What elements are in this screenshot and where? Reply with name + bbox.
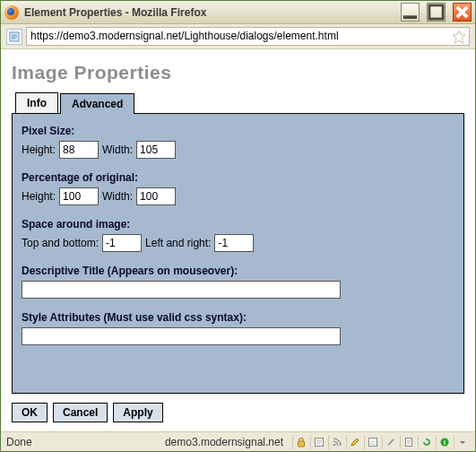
space-lr-label: Left and right:: [145, 237, 211, 249]
tabstrip: Info Advanced: [12, 92, 464, 113]
doc-icon[interactable]: [400, 435, 416, 449]
page-content: Image Properties Info Advanced Pixel Siz…: [1, 49, 475, 431]
pixel-height-input[interactable]: [59, 141, 99, 159]
percent-height-input[interactable]: [59, 187, 99, 205]
apply-button[interactable]: Apply: [113, 403, 162, 422]
style-attr-input[interactable]: [22, 327, 341, 345]
percent-width-label: Width:: [102, 190, 133, 203]
status-tray: C i: [292, 435, 470, 449]
page-identity-icon[interactable]: [6, 29, 22, 45]
tab-panel-advanced: Pixel Size: Height: Width: Percentage of…: [12, 113, 464, 394]
svg-point-6: [333, 443, 335, 446]
minimize-button[interactable]: [401, 3, 420, 22]
pixel-width-label: Width:: [102, 143, 133, 156]
percent-height-label: Height:: [22, 190, 56, 203]
window-title: Element Properties - Mozilla Firefox: [24, 6, 206, 19]
svg-point-9: [393, 439, 394, 440]
feed-icon[interactable]: [328, 435, 344, 449]
percent-width-input[interactable]: [136, 187, 176, 205]
firefox-icon: [4, 5, 19, 20]
css-icon[interactable]: C: [364, 435, 380, 449]
pixel-size-label: Pixel Size:: [22, 125, 454, 137]
pixel-width-input[interactable]: [136, 141, 176, 159]
url-text: https://demo3.modernsignal.net/Lighthous…: [30, 30, 339, 42]
wand-icon[interactable]: [382, 435, 398, 449]
space-tb-input[interactable]: [102, 234, 142, 252]
page-info-icon[interactable]: [310, 435, 326, 449]
statusbar: Done demo3.modernsignal.net C i: [1, 431, 475, 451]
svg-rect-3: [298, 441, 304, 447]
maximize-button[interactable]: [427, 3, 446, 22]
lock-icon[interactable]: [292, 435, 308, 449]
space-lr-input[interactable]: [214, 234, 254, 252]
pencil-icon[interactable]: [346, 435, 362, 449]
style-attr-label: Style Attributes (Must use valid css syn…: [22, 311, 454, 324]
svg-rect-0: [403, 15, 417, 19]
status-left: Done: [6, 436, 32, 448]
page-title: Image Properties: [12, 62, 464, 83]
location-bar-row: https://demo3.modernsignal.net/Lighthous…: [1, 24, 475, 49]
svg-text:i: i: [444, 439, 446, 446]
ok-button[interactable]: OK: [12, 403, 48, 422]
desc-title-input[interactable]: [22, 281, 341, 299]
close-button[interactable]: [453, 3, 472, 22]
space-label: Space around image:: [22, 218, 454, 230]
dialog-button-row: OK Cancel Apply: [12, 403, 464, 422]
dropdown-icon[interactable]: [454, 435, 470, 449]
tab-advanced[interactable]: Advanced: [60, 93, 134, 114]
space-tb-label: Top and bottom:: [22, 237, 99, 249]
desc-title-label: Descriptive Title (Appears on mouseover)…: [22, 265, 454, 277]
refresh-icon[interactable]: [418, 435, 434, 449]
cancel-button[interactable]: Cancel: [53, 403, 108, 422]
info-icon[interactable]: i: [436, 435, 452, 449]
bookmark-star-icon[interactable]: [452, 30, 466, 44]
pixel-height-label: Height:: [22, 143, 56, 156]
percent-label: Percentage of original:: [22, 171, 454, 184]
url-input[interactable]: https://demo3.modernsignal.net/Lighthous…: [26, 27, 470, 46]
status-domain: demo3.modernsignal.net: [165, 436, 283, 448]
window-titlebar: Element Properties - Mozilla Firefox: [1, 1, 475, 24]
svg-text:C: C: [370, 440, 375, 446]
tab-info[interactable]: Info: [15, 92, 58, 113]
svg-rect-1: [429, 5, 443, 19]
